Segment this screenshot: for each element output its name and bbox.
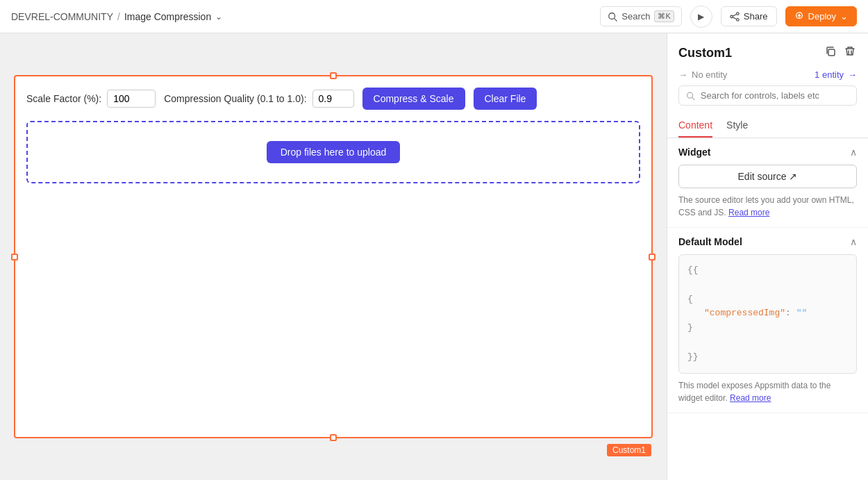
default-model-collapse-button[interactable]: ∧	[850, 236, 857, 247]
svg-line-5	[733, 14, 736, 16]
quality-group: Compression Quality (0.1 to 1.0):	[164, 90, 353, 108]
default-model-title: Default Model	[678, 236, 742, 247]
default-model-desc: This model exposes Appsmith data to the …	[678, 379, 857, 404]
svg-point-4	[736, 18, 739, 21]
topbar-left: DEVREL-COMMUNITY / Image Compression ⌄	[11, 11, 222, 22]
widget-section-header: Widget ∧	[678, 147, 857, 158]
svg-line-9	[692, 97, 694, 99]
search-controls-icon	[686, 91, 695, 101]
search-button[interactable]: Search ⌘K	[600, 6, 682, 26]
keyboard-shortcut: ⌘K	[654, 10, 674, 22]
copy-icon	[825, 46, 836, 57]
widget-section-desc: The source editor lets you add your own …	[678, 194, 857, 219]
default-model-header: Default Model ∧	[678, 236, 857, 247]
scale-label: Scale Factor (%):	[26, 93, 101, 104]
entity-left: → No entity	[678, 69, 727, 80]
panel-header: Custom1	[667, 33, 868, 67]
delete-icon-button[interactable]	[843, 44, 857, 61]
breadcrumb-sep: /	[117, 11, 120, 22]
drop-zone[interactable]: Drop files here to upload	[26, 121, 640, 183]
copy-icon-button[interactable]	[824, 44, 837, 61]
right-panel: Custom1 → No entity 1 entity →	[667, 33, 868, 480]
topbar: DEVREL-COMMUNITY / Image Compression ⌄ S…	[0, 0, 868, 33]
tab-content[interactable]: Content	[678, 114, 712, 138]
tab-style[interactable]: Style	[726, 114, 748, 138]
svg-line-1	[615, 18, 617, 21]
search-icon	[608, 12, 617, 22]
default-model-section: Default Model ∧ {{ { "compressedImg": ""…	[667, 228, 868, 413]
drop-files-button[interactable]: Drop files here to upload	[267, 141, 401, 163]
canvas-area: Scale Factor (%): Compression Quality (0…	[0, 33, 667, 480]
edit-source-button[interactable]: Edit source ↗	[678, 165, 857, 188]
clear-file-button[interactable]: Clear File	[474, 88, 537, 110]
resize-handle-top[interactable]	[330, 72, 337, 79]
breadcrumb-page: Image Compression	[124, 11, 211, 22]
compress-scale-button[interactable]: Compress & Scale	[362, 88, 465, 110]
scale-group: Scale Factor (%):	[26, 90, 156, 108]
controls-row: Scale Factor (%): Compression Quality (0…	[26, 88, 640, 110]
svg-point-2	[736, 12, 739, 15]
search-controls-input[interactable]	[701, 90, 849, 101]
breadcrumb-project: DEVREL-COMMUNITY	[11, 11, 113, 22]
deploy-button[interactable]: Deploy ⌄	[785, 6, 857, 26]
resize-handle-bottom[interactable]	[330, 434, 337, 441]
no-entity-label: No entity	[692, 69, 727, 80]
arrow-left-icon: →	[848, 69, 857, 80]
svg-point-3	[731, 15, 733, 18]
widget-section-title: Widget	[678, 147, 711, 158]
panel-title: Custom1	[678, 46, 732, 60]
resize-handle-left[interactable]	[11, 254, 18, 260]
arrow-right-icon: →	[678, 69, 687, 80]
scale-input[interactable]	[107, 90, 156, 108]
resize-handle-right[interactable]	[649, 254, 656, 260]
run-button[interactable]: ▶	[690, 6, 712, 28]
entity-row: → No entity 1 entity →	[667, 67, 868, 85]
deploy-icon	[794, 12, 804, 22]
quality-label: Compression Quality (0.1 to 1.0):	[164, 93, 306, 104]
topbar-center: Search ⌘K ▶ Share Deploy ⌄	[600, 6, 857, 28]
widget-read-more-link[interactable]: Read more	[728, 208, 769, 217]
breadcrumb: DEVREL-COMMUNITY / Image Compression ⌄	[11, 11, 222, 22]
quality-input[interactable]	[312, 90, 354, 108]
default-model-read-more-link[interactable]: Read more	[730, 393, 771, 403]
main-layout: Scale Factor (%): Compression Quality (0…	[0, 33, 868, 480]
share-icon	[730, 12, 740, 22]
svg-rect-7	[828, 49, 835, 56]
widget-collapse-button[interactable]: ∧	[850, 147, 857, 158]
tabs-row: Content Style	[667, 114, 868, 138]
widget-container[interactable]: Scale Factor (%): Compression Quality (0…	[14, 75, 653, 438]
chevron-down-icon[interactable]: ⌄	[215, 12, 222, 22]
panel-header-actions	[824, 44, 857, 61]
search-box[interactable]	[678, 85, 857, 106]
deploy-chevron-icon: ⌄	[840, 11, 848, 22]
widget-inner: Scale Factor (%): Compression Quality (0…	[15, 76, 651, 195]
widget-section: Widget ∧ Edit source ↗ The source editor…	[667, 138, 868, 228]
trash-icon	[844, 46, 856, 57]
widget-label-badge: Custom1	[607, 444, 651, 456]
entity-right[interactable]: 1 entity →	[815, 69, 857, 80]
svg-line-6	[733, 17, 736, 19]
entity-count-label: 1 entity	[815, 69, 844, 80]
code-editor[interactable]: {{ { "compressedImg": "" } }}	[678, 254, 857, 374]
share-button[interactable]: Share	[721, 6, 777, 26]
